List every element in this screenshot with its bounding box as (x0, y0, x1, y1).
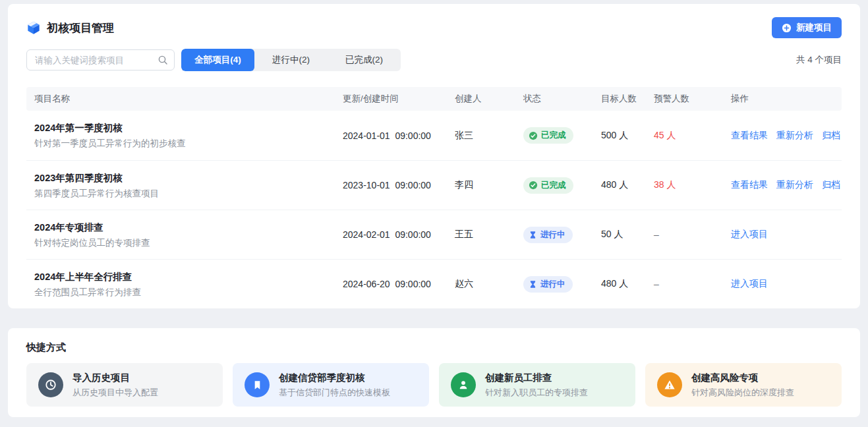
shortcut-desc: 针对新入职员工的专项排查 (485, 387, 588, 398)
project-desc: 第四季度员工异常行为核查项目 (34, 188, 332, 200)
status-badge: 已完成 (523, 127, 573, 144)
main-panel: 初核项目管理 新建项目 全部项目(4)进行中(2)已完成(2) 共 (8, 4, 860, 308)
warning-icon (657, 372, 682, 397)
row-actions: 进入项目 (731, 278, 842, 290)
clock-icon (38, 372, 63, 397)
warning-count: 38 人 (654, 179, 731, 191)
target-count: 50 人 (601, 229, 654, 241)
hourglass-icon (529, 231, 537, 239)
project-desc: 全行范围员工异常行为排查 (34, 287, 332, 299)
check-circle-icon (529, 131, 538, 140)
column-header: 预警人数 (654, 93, 731, 105)
project-time: 2024-06-20 09:00:00 (343, 279, 455, 289)
shortcut-title: 创建高风险专项 (691, 372, 794, 384)
status-badge: 进行中 (523, 276, 573, 293)
shortcut-title: 创建新员工排查 (485, 372, 588, 384)
app-header: 初核项目管理 新建项目 (26, 14, 842, 41)
action-link[interactable]: 归档 (822, 179, 840, 190)
check-circle-icon (529, 181, 538, 190)
shortcut-title: 导入历史项目 (72, 372, 158, 384)
hourglass-icon (529, 280, 537, 289)
warning-count: – (654, 279, 731, 289)
search-icon[interactable] (158, 55, 168, 65)
tab-in-progress[interactable]: 进行中(2) (254, 49, 328, 71)
shortcut-card[interactable]: 导入历史项目 从历史项目中导入配置 (26, 363, 223, 407)
project-name: 2024年第一季度初核 (34, 121, 332, 134)
toolbar: 全部项目(4)进行中(2)已完成(2) 共 4 个项目 (26, 49, 842, 71)
page-title: 初核项目管理 (47, 20, 114, 36)
row-actions: 进入项目 (731, 229, 842, 241)
shortcut-card[interactable]: 创建高风险专项 针对高风险岗位的深度排查 (645, 363, 842, 407)
status-label: 已完成 (541, 180, 566, 191)
action-link[interactable]: 重新分析 (776, 179, 813, 190)
project-count: 共 4 个项目 (796, 54, 842, 66)
project-desc: 针对第一季度员工异常行为的初步核查 (34, 138, 332, 150)
column-header: 目标人数 (601, 93, 654, 105)
column-header: 创建人 (455, 93, 523, 105)
shortcut-desc: 从历史项目中导入配置 (72, 387, 158, 398)
project-name: 2024年上半年全行排查 (34, 270, 332, 283)
action-link[interactable]: 重新分析 (776, 130, 813, 140)
column-header: 状态 (523, 93, 601, 105)
target-count: 480 人 (601, 278, 654, 290)
shortcut-desc: 基于信贷部门特点的快速模板 (279, 387, 390, 398)
project-time: 2023-10-01 09:00:00 (343, 180, 455, 190)
new-project-button[interactable]: 新建项目 (772, 17, 842, 38)
project-creator: 张三 (455, 130, 523, 142)
warning-count: 45 人 (654, 130, 731, 142)
bookmark-icon (245, 372, 270, 397)
box-icon (26, 20, 41, 35)
shortcut-title: 创建信贷部季度初核 (279, 372, 390, 384)
table-header: 项目名称更新/创建时间创建人状态目标人数预警人数操作 (26, 87, 842, 111)
status-label: 进行中 (540, 229, 565, 241)
tab-all-projects[interactable]: 全部项目(4) (181, 49, 254, 71)
plus-icon (782, 23, 792, 33)
column-header: 项目名称 (26, 93, 343, 105)
project-creator: 李四 (455, 179, 523, 191)
project-creator: 赵六 (455, 278, 523, 290)
person-icon (451, 372, 476, 397)
action-link[interactable]: 进入项目 (731, 278, 768, 289)
project-name: 2023年第四季度初核 (34, 171, 332, 185)
status-label: 已完成 (541, 130, 566, 141)
action-link[interactable]: 归档 (822, 130, 840, 140)
project-time: 2024-01-01 09:00:00 (343, 130, 455, 141)
shortcut-desc: 针对高风险岗位的深度排查 (691, 387, 794, 398)
shortcut-card[interactable]: 创建新员工排查 针对新入职员工的专项排查 (439, 363, 635, 407)
shortcuts-panel: 快捷方式 导入历史项目 从历史项目中导入配置 创建信贷部季度初核 基于信贷部门特… (8, 328, 860, 417)
action-link[interactable]: 查看结果 (731, 179, 768, 190)
shortcuts-row: 导入历史项目 从历史项目中导入配置 创建信贷部季度初核 基于信贷部门特点的快速模… (26, 363, 842, 407)
filter-tabs: 全部项目(4)进行中(2)已完成(2) (181, 49, 401, 71)
table-row: 2023年第四季度初核 第四季度员工异常行为核查项目 2023-10-01 09… (26, 160, 842, 210)
action-link[interactable]: 进入项目 (731, 229, 768, 239)
status-badge: 进行中 (523, 227, 573, 243)
column-header: 更新/创建时间 (343, 93, 455, 105)
row-actions: 查看结果重新分析归档 (731, 130, 842, 142)
column-header: 操作 (731, 93, 842, 105)
project-creator: 王五 (455, 229, 523, 241)
project-name: 2024年专项排查 (34, 221, 332, 234)
new-project-label: 新建项目 (796, 22, 832, 34)
table-row: 2024年专项排查 针对特定岗位员工的专项排查 2024-02-01 09:00… (26, 210, 842, 259)
table-row: 2024年上半年全行排查 全行范围员工异常行为排查 2024-06-20 09:… (26, 259, 842, 308)
table-body: 2024年第一季度初核 针对第一季度员工异常行为的初步核查 2024-01-01… (26, 111, 842, 308)
warning-count: – (654, 229, 731, 240)
tab-completed[interactable]: 已完成(2) (328, 49, 401, 71)
status-label: 进行中 (540, 279, 565, 290)
shortcuts-title: 快捷方式 (26, 341, 842, 354)
project-time: 2024-02-01 09:00:00 (343, 229, 455, 240)
project-desc: 针对特定岗位员工的专项排查 (34, 237, 332, 249)
row-actions: 查看结果重新分析归档 (731, 179, 842, 191)
action-link[interactable]: 查看结果 (731, 130, 768, 140)
status-badge: 已完成 (523, 177, 573, 194)
table-row: 2024年第一季度初核 针对第一季度员工异常行为的初步核查 2024-01-01… (26, 111, 842, 160)
target-count: 500 人 (601, 130, 654, 142)
search-input[interactable] (26, 49, 175, 71)
target-count: 480 人 (601, 179, 654, 191)
shortcut-card[interactable]: 创建信贷部季度初核 基于信贷部门特点的快速模板 (233, 363, 429, 407)
